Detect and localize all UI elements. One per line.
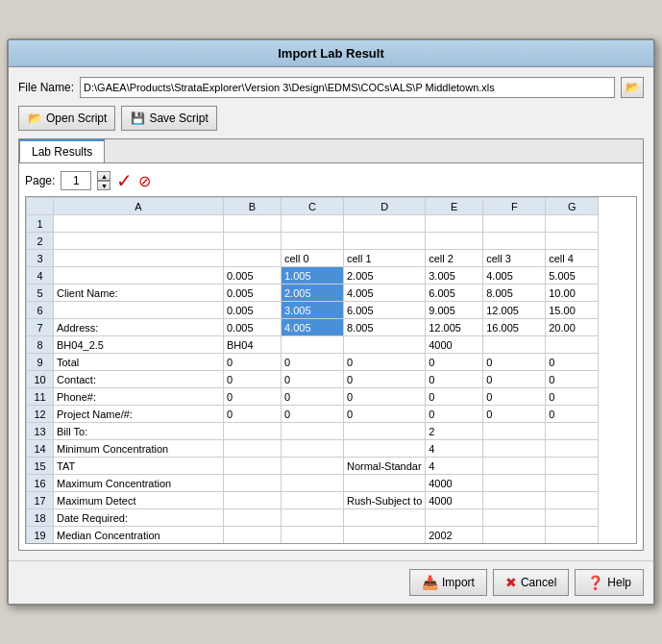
table-row[interactable]: 10Contact:000000	[27, 371, 599, 388]
cell-b[interactable]: 0	[223, 388, 281, 406]
table-row[interactable]: 2	[27, 233, 599, 250]
cell-c[interactable]: 1.005	[281, 267, 343, 285]
cell-f[interactable]: cell 3	[483, 250, 546, 267]
cell-f[interactable]: 0	[483, 388, 546, 406]
table-row[interactable]: 11Phone#:000000	[27, 388, 599, 406]
cell-a[interactable]: Date Required:	[54, 509, 224, 527]
cell-c[interactable]: 4.005	[281, 319, 343, 336]
cell-a[interactable]	[54, 302, 224, 319]
import-button[interactable]: 📥 Import	[409, 569, 487, 596]
cell-c[interactable]	[281, 215, 343, 233]
cell-g[interactable]	[546, 423, 599, 440]
cell-f[interactable]	[483, 423, 546, 440]
table-row[interactable]: 1	[27, 215, 599, 233]
cell-d[interactable]: cell 1	[343, 250, 425, 267]
cell-b[interactable]: 0.005	[223, 285, 281, 302]
cell-a[interactable]: Client Name:	[54, 285, 224, 302]
cell-a[interactable]	[54, 233, 224, 250]
cell-b[interactable]	[223, 423, 281, 440]
cell-e[interactable]: 2	[426, 423, 483, 440]
cell-b[interactable]	[223, 440, 281, 458]
cell-e[interactable]: 0	[426, 388, 483, 406]
cell-b[interactable]: 0	[223, 371, 281, 388]
cell-c[interactable]: cell 0	[281, 250, 343, 267]
file-name-input[interactable]	[80, 77, 615, 98]
cell-e[interactable]: cell 2	[426, 250, 483, 267]
table-row[interactable]: 17Maximum DetectRush-Subject to4000	[27, 492, 599, 509]
table-row[interactable]: 15TATNormal-Standar4	[27, 458, 599, 475]
cell-b[interactable]	[223, 509, 281, 527]
cell-c[interactable]: 2.005	[281, 285, 343, 302]
cell-d[interactable]	[343, 440, 425, 458]
cell-g[interactable]: 15.00	[546, 302, 599, 319]
table-row[interactable]: 5Client Name:0.0052.0054.0056.0058.00510…	[27, 285, 599, 302]
table-row[interactable]: 3cell 0cell 1cell 2cell 3cell 4	[27, 250, 599, 267]
cell-g[interactable]	[546, 527, 599, 544]
cell-d[interactable]: 4.005	[343, 285, 425, 302]
table-row[interactable]: 14Minimum Concentration4	[27, 440, 599, 458]
save-script-button[interactable]: 💾 Save Script	[121, 106, 216, 131]
cell-a[interactable]: Phone#:	[54, 388, 224, 406]
cell-c[interactable]	[281, 509, 343, 527]
cell-a[interactable]: Address:	[54, 319, 224, 336]
cell-g[interactable]	[546, 458, 599, 475]
cell-e[interactable]	[426, 509, 483, 527]
data-table-scroll[interactable]: A B C D E F G 123cell 0cell 1ce	[26, 197, 636, 543]
cell-b[interactable]: 0	[223, 406, 281, 423]
cell-c[interactable]	[281, 458, 343, 475]
cell-a[interactable]: Bill To:	[54, 423, 224, 440]
cell-c[interactable]: 0	[281, 354, 343, 371]
cell-d[interactable]	[343, 423, 425, 440]
cell-e[interactable]	[426, 215, 483, 233]
cell-d[interactable]: 8.005	[343, 319, 425, 336]
cell-g[interactable]: cell 4	[546, 250, 599, 267]
cell-a[interactable]: Minimum Concentration	[54, 440, 224, 458]
page-up-button[interactable]: ▲	[97, 171, 110, 181]
cell-d[interactable]: Normal-Standar	[343, 458, 425, 475]
cell-g[interactable]	[546, 509, 599, 527]
table-row[interactable]: 12Project Name/#:000000	[27, 406, 599, 423]
cell-g[interactable]: 0	[546, 406, 599, 423]
cell-a[interactable]	[54, 215, 224, 233]
table-row[interactable]: 9Total000000	[27, 354, 599, 371]
cell-b[interactable]: 0.005	[223, 302, 281, 319]
cell-e[interactable]: 6.005	[426, 285, 483, 302]
cancel-button[interactable]: ✖ Cancel	[493, 569, 569, 596]
cell-d[interactable]	[343, 336, 425, 354]
cell-g[interactable]: 20.00	[546, 319, 599, 336]
cell-f[interactable]: 4.005	[483, 267, 546, 285]
cell-e[interactable]	[426, 233, 483, 250]
cell-c[interactable]	[281, 492, 343, 509]
cell-b[interactable]: 0.005	[223, 319, 281, 336]
cell-f[interactable]: 0	[483, 354, 546, 371]
cell-c[interactable]: 0	[281, 406, 343, 423]
table-row[interactable]: 16Maximum Concentration4000	[27, 475, 599, 492]
cell-d[interactable]	[343, 215, 425, 233]
cell-b[interactable]: BH04	[223, 336, 281, 354]
cell-e[interactable]: 4000	[426, 475, 483, 492]
cell-a[interactable]: Median Concentration	[54, 527, 224, 544]
cell-d[interactable]: 2.005	[343, 267, 425, 285]
cell-f[interactable]: 12.005	[483, 302, 546, 319]
cell-b[interactable]	[223, 458, 281, 475]
cell-g[interactable]: 5.005	[546, 267, 599, 285]
cell-f[interactable]	[483, 509, 546, 527]
cell-a[interactable]: Maximum Concentration	[54, 475, 224, 492]
cell-f[interactable]	[483, 440, 546, 458]
cell-g[interactable]	[546, 475, 599, 492]
cell-g[interactable]	[546, 492, 599, 509]
cell-b[interactable]: 0	[223, 354, 281, 371]
cell-c[interactable]	[281, 233, 343, 250]
cancel-grid-button[interactable]: ⊘	[138, 172, 151, 190]
open-script-button[interactable]: 📂 Open Script	[18, 106, 115, 131]
cell-b[interactable]	[223, 233, 281, 250]
cell-g[interactable]	[546, 440, 599, 458]
cell-f[interactable]	[483, 475, 546, 492]
cell-g[interactable]	[546, 215, 599, 233]
cell-g[interactable]: 10.00	[546, 285, 599, 302]
cell-e[interactable]: 12.005	[426, 319, 483, 336]
cell-d[interactable]: 6.005	[343, 302, 425, 319]
cell-d[interactable]: Rush-Subject to	[343, 492, 425, 509]
table-row[interactable]: 8BH04_2.5BH044000	[27, 336, 599, 354]
page-number-input[interactable]	[61, 171, 91, 190]
